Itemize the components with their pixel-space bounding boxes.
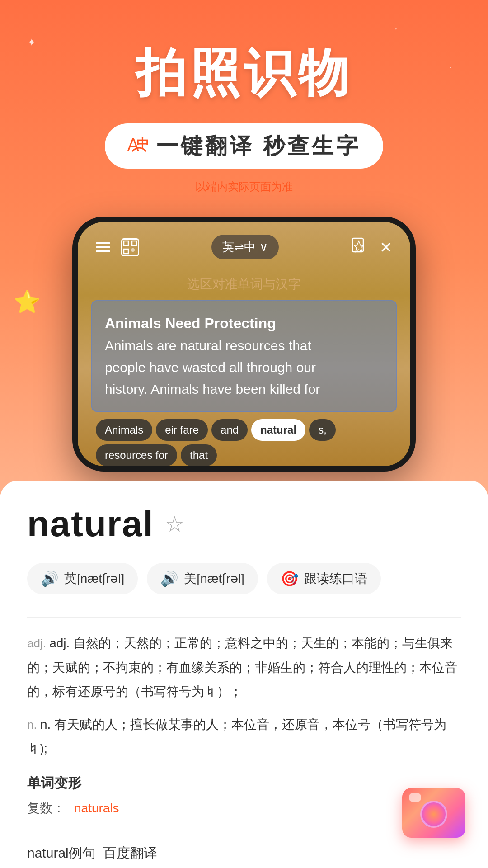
selection-hint: 选区对准单词与汉字 — [78, 269, 410, 300]
text-line-4: history. Animals have been killed for — [105, 378, 383, 400]
def-n-label: n. — [27, 718, 40, 731]
word-form-row: 复数： naturals — [27, 800, 461, 817]
dict-word-row: natural ☆ — [27, 503, 461, 545]
us-phonetic: 美[nætʃrəl] — [184, 570, 244, 587]
chip-and[interactable]: and — [211, 419, 248, 441]
close-icon[interactable]: ✕ — [380, 238, 392, 256]
hamburger-menu-icon[interactable] — [96, 242, 110, 252]
svg-point-5 — [131, 248, 135, 252]
subtitle-pill: A 中 一键翻译 秒查生字 — [105, 123, 383, 169]
oral-icon: 🎯 — [281, 570, 299, 587]
phone-container: 英⇌中 ∨ ✕ 选区对准单词与汉字 A — [0, 217, 488, 472]
example-suffix: –百度翻译 — [96, 845, 158, 860]
phone-screen: 英⇌中 ∨ ✕ 选区对准单词与汉字 A — [78, 222, 410, 466]
def-adj-label: adj. — [27, 637, 49, 650]
definition-n: n. n. 有天赋的人；擅长做某事的人；本位音，还原音，本位号（书写符号为 ♮)… — [27, 712, 461, 760]
word-forms-title: 单词变形 — [27, 774, 461, 793]
speaker-us-icon: 🔊 — [160, 570, 178, 587]
selected-text-box: Animals Need Protecting Animals are natu… — [91, 300, 397, 412]
deco-star-1: ✦ — [27, 36, 36, 49]
phone-text-area: Animals Need Protecting Animals are natu… — [91, 300, 397, 466]
deco-star-4: ✦ — [394, 27, 398, 31]
text-line-3: people have wasted all through our — [105, 357, 383, 378]
definition-adj: adj. adj. 自然的；天然的；正常的；意料之中的；天生的；本能的；与生俱来… — [27, 631, 461, 703]
note-text: 以端内实际页面为准 — [0, 179, 488, 194]
oral-practice[interactable]: 🎯 跟读练口语 — [267, 563, 381, 594]
pronunciation-row: 🔊 英[nætʃrəl] 🔊 美[nætʃrəl] 🎯 跟读练口语 — [27, 563, 461, 594]
deco-star-3: · — [469, 99, 470, 104]
bookmark-icon[interactable] — [351, 237, 367, 257]
plural-value[interactable]: naturals — [74, 801, 119, 816]
topbar-left — [96, 238, 139, 256]
example-word: natural — [27, 845, 69, 860]
bookmark-star-icon[interactable]: ☆ — [165, 511, 184, 537]
svg-rect-2 — [124, 241, 128, 245]
svg-rect-3 — [132, 241, 136, 245]
svg-rect-4 — [124, 249, 128, 254]
camera-flash — [409, 793, 421, 802]
dictionary-card: natural ☆ 🔊 英[nætʃrəl] 🔊 美[nætʃrəl] 🎯 跟读… — [0, 481, 488, 868]
svg-marker-7 — [354, 241, 363, 252]
chip-resources-for[interactable]: resources for — [96, 444, 177, 466]
title-section: 拍照识物 A 中 一键翻译 秒查生字 以端内实际页面为准 — [0, 0, 488, 208]
card-divider — [27, 617, 461, 618]
chip-fare[interactable]: eir fare — [156, 419, 208, 441]
plural-label: 复数： — [27, 800, 65, 817]
chip-that[interactable]: that — [181, 444, 217, 466]
text-line-1: Animals Need Protecting — [105, 312, 383, 335]
speaker-uk-icon: 🔊 — [41, 570, 59, 587]
oral-label: 跟读练口语 — [304, 570, 367, 587]
chevron-down-icon: ∨ — [259, 240, 268, 254]
example-title[interactable]: natural例句–百度翻译 — [27, 844, 461, 863]
chip-animals[interactable]: Animals — [96, 419, 152, 441]
main-title: 拍照识物 — [0, 45, 488, 101]
camera-lens — [420, 801, 447, 828]
text-line-2: Animals are natural resources that — [105, 335, 383, 357]
uk-phonetic: 英[nætʃrəl] — [64, 570, 124, 587]
camera-decoration — [402, 788, 474, 860]
topbar-right: ✕ — [351, 237, 392, 257]
deco-star-2: · — [450, 63, 452, 71]
lang-selector[interactable]: 英⇌中 ∨ — [211, 235, 279, 259]
word-forms-section: 单词变形 复数： naturals — [27, 774, 461, 817]
subtitle-text: 一键翻译 秒查生字 — [156, 132, 360, 160]
word-chips-bar: Animals eir fare and natural s, resource… — [91, 419, 397, 466]
us-pronunciation[interactable]: 🔊 美[nætʃrəl] — [147, 563, 258, 594]
camera-body — [402, 788, 465, 838]
example-footer: natural例句–百度翻译 — [27, 835, 461, 863]
example-label: 例句 — [69, 845, 96, 860]
scan-icon[interactable] — [121, 238, 139, 256]
dict-word: natural — [27, 503, 154, 545]
deco-star-gold-1: ⭐ — [14, 289, 41, 315]
chip-natural[interactable]: natural — [251, 419, 305, 441]
translate-icon: A 中 — [127, 135, 151, 157]
lang-label: 英⇌中 — [222, 239, 256, 255]
phone-topbar: 英⇌中 ∨ ✕ — [78, 222, 410, 269]
uk-pronunciation[interactable]: 🔊 英[nætʃrəl] — [27, 563, 138, 594]
chip-s[interactable]: s, — [309, 419, 336, 441]
phone-mockup: 英⇌中 ∨ ✕ 选区对准单词与汉字 A — [72, 217, 416, 472]
